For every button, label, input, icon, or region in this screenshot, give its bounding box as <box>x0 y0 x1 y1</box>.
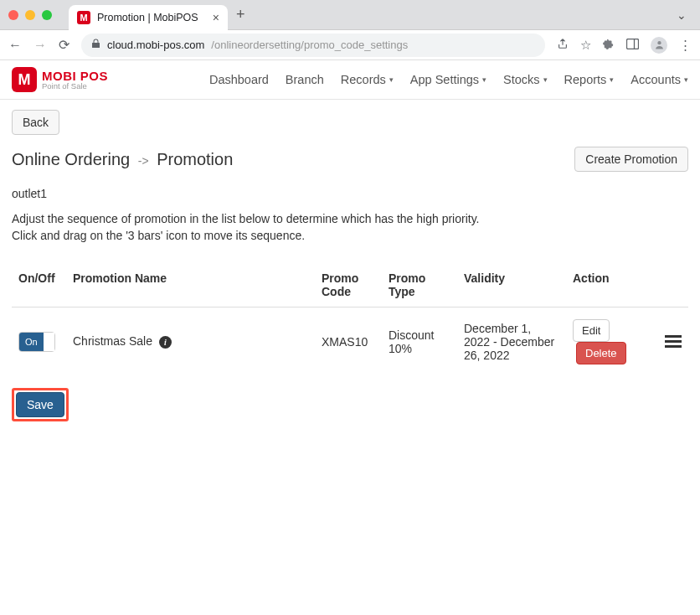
share-icon[interactable] <box>557 38 569 52</box>
create-promotion-button[interactable]: Create Promotion <box>574 147 688 172</box>
url-field[interactable]: cloud.mobi-pos.com/onlineordersetting/pr… <box>81 34 545 57</box>
logo-text-sub: Point of Sale <box>42 82 108 90</box>
tab-title: Promotion | MobiPOS <box>97 12 206 23</box>
browser-tab[interactable]: M Promotion | MobiPOS × <box>69 5 228 30</box>
url-host: cloud.mobi-pos.com <box>107 39 204 51</box>
header-onoff: On/Off <box>12 263 66 308</box>
window-minimize[interactable] <box>25 10 35 20</box>
back-button[interactable]: Back <box>12 110 59 135</box>
browser-tab-bar: M Promotion | MobiPOS × + ⌄ <box>0 0 700 30</box>
edit-button[interactable]: Edit <box>573 319 610 342</box>
save-button[interactable]: Save <box>16 392 64 417</box>
favicon-icon: M <box>77 11 90 24</box>
browser-right-icons: ☆ ⋮ <box>557 37 692 54</box>
onoff-toggle[interactable]: On <box>18 332 55 352</box>
profile-icon[interactable] <box>651 37 667 54</box>
save-highlight: Save <box>12 388 69 421</box>
url-path: /onlineordersetting/promo_code_settings <box>211 39 408 51</box>
reload-icon[interactable]: ⟳ <box>59 37 69 53</box>
drag-handle-icon[interactable] <box>665 335 682 348</box>
promotion-name: Christmas Sale <box>73 334 152 348</box>
forward-icon[interactable]: → <box>33 38 47 53</box>
toggle-knob <box>44 333 54 351</box>
extensions-icon[interactable] <box>603 38 615 52</box>
main-nav: Dashboard Branch Records▾ App Settings▾ … <box>209 73 688 86</box>
toggle-on-label: On <box>19 333 44 351</box>
header-validity: Validity <box>457 263 566 308</box>
svg-point-2 <box>657 41 661 44</box>
lock-icon <box>91 39 100 51</box>
instructions: Adjust the sequence of promotion in the … <box>12 210 688 245</box>
nav-reports[interactable]: Reports▾ <box>564 73 615 86</box>
browser-address-bar: ← → ⟳ cloud.mobi-pos.com/onlineordersett… <box>0 30 700 60</box>
info-icon[interactable]: i <box>159 336 172 349</box>
close-icon[interactable]: × <box>213 11 219 24</box>
caret-down-icon: ▾ <box>684 75 688 84</box>
header-name: Promotion Name <box>66 263 315 308</box>
menu-icon[interactable]: ⋮ <box>679 38 692 53</box>
caret-down-icon: ▾ <box>389 75 394 84</box>
outlet-label: outlet1 <box>12 187 688 200</box>
logo-mark-icon: M <box>12 67 37 92</box>
table-row: On Christmas Sale i XMAS10 Discount 10% … <box>12 307 688 376</box>
logo-text-main: MOBI POS <box>42 70 108 82</box>
promotion-table: On/Off Promotion Name Promo Code Promo T… <box>12 263 688 376</box>
instructions-line-1: Adjust the sequence of promotion in the … <box>12 210 688 227</box>
caret-down-icon: ▾ <box>610 75 614 84</box>
nav-records[interactable]: Records▾ <box>341 73 394 86</box>
header-drag <box>658 263 688 308</box>
new-tab-button[interactable]: + <box>236 6 245 23</box>
app-header: M MOBI POS Point of Sale Dashboard Branc… <box>0 60 700 100</box>
promo-validity: December 1, 2022 - December 26, 2022 <box>457 307 566 376</box>
breadcrumb-section: Online Ordering <box>12 150 130 168</box>
window-close[interactable] <box>8 10 18 20</box>
nav-app-settings[interactable]: App Settings▾ <box>410 73 486 86</box>
header-code: Promo Code <box>315 263 382 308</box>
promo-type: Discount 10% <box>382 307 457 376</box>
svg-rect-0 <box>627 39 639 49</box>
header-action: Action <box>566 263 658 308</box>
page-title: Online Ordering -> Promotion <box>12 150 233 169</box>
star-icon[interactable]: ☆ <box>580 38 591 53</box>
panel-icon[interactable] <box>626 38 639 52</box>
breadcrumb-arrow: -> <box>138 154 149 168</box>
nav-branch[interactable]: Branch <box>286 73 324 86</box>
header-type: Promo Type <box>382 263 457 308</box>
nav-accounts[interactable]: Accounts▾ <box>631 73 688 86</box>
breadcrumb-page: Promotion <box>157 150 233 168</box>
caret-down-icon: ▾ <box>482 75 486 84</box>
window-controls <box>8 10 52 20</box>
back-icon[interactable]: ← <box>8 38 22 53</box>
caret-down-icon: ▾ <box>543 75 548 84</box>
delete-button[interactable]: Delete <box>576 342 626 364</box>
promo-code: XMAS10 <box>315 307 382 376</box>
chevron-down-icon[interactable]: ⌄ <box>677 8 687 22</box>
window-maximize[interactable] <box>42 10 52 20</box>
nav-dashboard[interactable]: Dashboard <box>209 73 269 86</box>
logo[interactable]: M MOBI POS Point of Sale <box>12 67 108 92</box>
page-body: Back Online Ordering -> Promotion Create… <box>0 100 700 432</box>
nav-stocks[interactable]: Stocks▾ <box>503 73 548 86</box>
instructions-line-2: Click and drag on the '3 bars' icon to m… <box>12 227 688 244</box>
